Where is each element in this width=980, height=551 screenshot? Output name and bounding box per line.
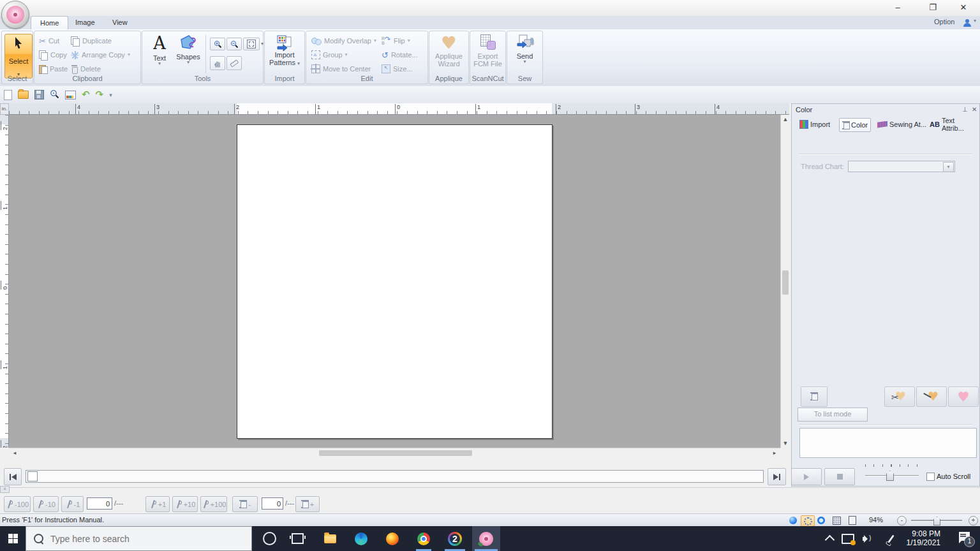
vscroll-thumb[interactable] xyxy=(782,270,789,295)
move-to-center-button[interactable]: Move to Center xyxy=(311,62,371,75)
stitch-back-1-button[interactable]: -1 xyxy=(61,496,84,512)
pan-button[interactable] xyxy=(210,56,225,70)
splitter-grip[interactable]: = xyxy=(0,486,10,493)
stitch-back-10-button[interactable]: -10 xyxy=(33,496,59,512)
view-solid-button[interactable] xyxy=(787,515,799,525)
undo-button[interactable]: ↶ xyxy=(82,90,90,99)
tab-image[interactable]: Image xyxy=(66,16,104,29)
panel-close-icon[interactable]: ✕ xyxy=(972,106,977,113)
stitch-forward-100-button[interactable]: +100 xyxy=(200,496,227,512)
panel-tab-color[interactable]: Color xyxy=(839,118,871,132)
file-explorer-button[interactable] xyxy=(316,526,344,551)
minimize-button[interactable]: – xyxy=(888,3,907,13)
go-to-end-button[interactable] xyxy=(768,468,786,485)
export-fcm-button[interactable]: Export FCM File xyxy=(471,34,504,68)
shapes-tool-button[interactable]: Shapes ▾ xyxy=(174,34,202,64)
color-back-button[interactable]: - xyxy=(232,496,258,512)
vertical-scrollbar[interactable]: ▲ ▼ xyxy=(780,115,790,448)
thread-chart-select[interactable]: ▼ xyxy=(848,161,955,172)
scroll-up-icon[interactable]: ▲ xyxy=(781,115,790,124)
cut-button[interactable]: ✂ Cut xyxy=(39,34,59,47)
auto-scroll-checkbox[interactable] xyxy=(926,473,935,481)
applique-position-button[interactable]: ♥ xyxy=(916,386,947,407)
zoom-fit-button[interactable] xyxy=(243,38,260,50)
start-button[interactable] xyxy=(0,526,26,551)
zoom-out-button[interactable] xyxy=(226,38,242,50)
view-realistic-button[interactable] xyxy=(815,515,828,525)
go-to-start-button[interactable] xyxy=(4,468,22,485)
open-file-button[interactable] xyxy=(18,91,29,99)
scroll-left-icon[interactable]: ◂ xyxy=(10,448,19,457)
design-canvas[interactable] xyxy=(9,115,780,448)
send-button[interactable]: Send ▾ xyxy=(509,34,541,64)
volume-button[interactable]: ) xyxy=(859,526,877,551)
option-menu[interactable]: Option xyxy=(934,18,954,26)
select-button[interactable]: Select ▾ xyxy=(4,34,33,78)
save-button[interactable] xyxy=(34,90,44,99)
tab-view[interactable]: View xyxy=(103,16,137,29)
stitch-number-field[interactable]: 0 xyxy=(87,497,112,510)
applique-wizard-button[interactable]: ♥ Applique Wizard xyxy=(431,34,466,68)
play-button[interactable] xyxy=(791,468,822,485)
scroll-right-icon[interactable]: ▸ xyxy=(770,448,779,457)
rotate-button[interactable]: ↺ Rotate... xyxy=(382,48,417,61)
embroidery-app-button[interactable] xyxy=(472,526,500,551)
stitch-progress-thumb[interactable] xyxy=(27,471,38,481)
modify-overlap-button[interactable]: Modify Overlap ▾ xyxy=(311,34,376,47)
horizontal-scrollbar[interactable]: ◂ ▸ xyxy=(9,448,780,458)
scroll-down-icon[interactable]: ▼ xyxy=(781,439,790,448)
search-input[interactable] xyxy=(49,533,230,545)
stop-button[interactable] xyxy=(824,468,855,485)
zoom-caret-icon[interactable]: ▾ xyxy=(261,42,264,46)
user-account-icon[interactable] xyxy=(963,19,971,27)
measure-button[interactable] xyxy=(226,56,242,70)
user-caret-icon[interactable]: ▾ xyxy=(974,18,976,24)
text-tool-button[interactable]: A Text ▾ xyxy=(147,34,172,66)
chrome-button[interactable] xyxy=(410,526,438,551)
app2-button[interactable]: 2 xyxy=(441,526,469,551)
panel-tab-import[interactable]: Import xyxy=(797,118,833,131)
toolbar-options-caret-icon[interactable]: ▾ xyxy=(109,93,112,97)
stitch-back-100-button[interactable]: -100 xyxy=(4,496,31,512)
group-button[interactable]: Group ▾ xyxy=(311,48,348,61)
grid-toggle-button[interactable] xyxy=(830,515,843,525)
import-patterns-button[interactable]: Import Patterns ▾ xyxy=(268,34,301,66)
duplicate-button[interactable]: Duplicate xyxy=(71,34,112,47)
panel-tab-sewing-attributes[interactable]: Sewing At... xyxy=(875,118,929,131)
firefox-button[interactable] xyxy=(378,526,406,551)
zoom-minus-button[interactable]: - xyxy=(897,516,907,525)
tab-home[interactable]: Home xyxy=(31,16,68,30)
color-forward-button[interactable]: + xyxy=(295,496,320,512)
design-settings-button[interactable] xyxy=(65,91,76,99)
design-page[interactable] xyxy=(237,124,553,439)
panel-splitter[interactable] xyxy=(0,487,980,493)
zoom-tool-button[interactable] xyxy=(50,89,59,100)
thread-color-button[interactable] xyxy=(801,386,828,407)
taskbar-clock[interactable]: 9:08 PM 1/19/2021 xyxy=(907,529,940,547)
edge-button[interactable] xyxy=(347,526,375,551)
zoom-slider-thumb[interactable] xyxy=(933,517,940,525)
to-list-mode-button[interactable]: To list mode xyxy=(798,408,868,422)
delete-button[interactable]: Delete xyxy=(71,62,101,75)
tray-expand-button[interactable] xyxy=(822,526,837,551)
tray-display-button[interactable] xyxy=(838,526,858,551)
stitch-progress-track[interactable] xyxy=(26,470,764,483)
stitch-forward-10-button[interactable]: +10 xyxy=(172,496,198,512)
paste-button[interactable]: Paste xyxy=(39,62,68,75)
cortana-button[interactable] xyxy=(255,526,283,551)
size-button[interactable]: ↖ Size... xyxy=(382,62,413,75)
color-number-field[interactable]: 0 xyxy=(262,497,283,510)
close-button[interactable]: ✕ xyxy=(954,3,973,13)
hscroll-thumb[interactable] xyxy=(319,450,472,456)
new-document-button[interactable] xyxy=(4,90,12,100)
restore-button[interactable]: ❐ xyxy=(923,3,942,13)
zoom-in-button[interactable] xyxy=(210,38,225,50)
stitch-forward-1-button[interactable]: +1 xyxy=(145,496,170,512)
flip-button[interactable]: R B ↷ Flip ▾ xyxy=(382,34,410,47)
task-view-button[interactable] xyxy=(283,526,311,551)
panel-tab-text-attributes[interactable]: AB Text Attrib... xyxy=(927,118,979,131)
applique-heart-button[interactable]: ♥ xyxy=(948,386,979,407)
redo-button[interactable]: ↷ xyxy=(96,90,104,99)
app-menu-button[interactable] xyxy=(1,1,29,29)
zoom-plus-button[interactable]: + xyxy=(969,516,978,525)
